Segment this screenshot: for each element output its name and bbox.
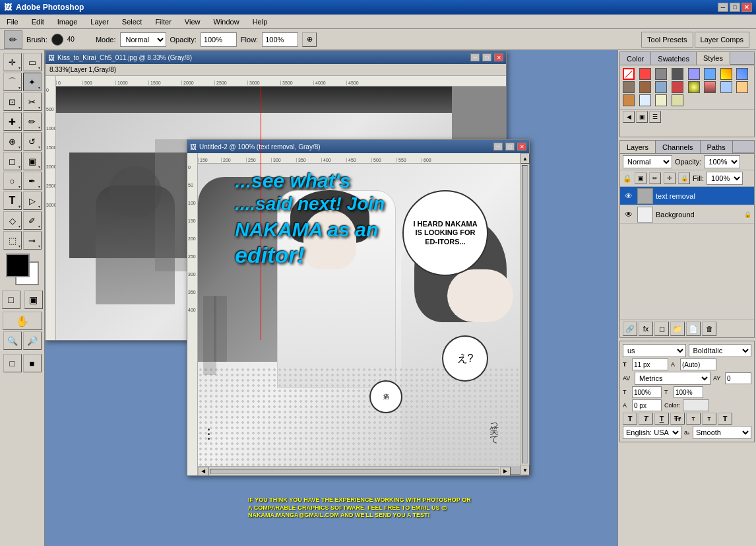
close-button[interactable]: ✕	[741, 3, 752, 12]
tool-presets-button[interactable]: Tool Presets	[641, 32, 693, 48]
menu-layer[interactable]: Layer	[86, 17, 113, 27]
fill-select[interactable]: 100%	[707, 172, 743, 185]
tab-paths[interactable]: Paths	[701, 141, 733, 153]
doc2-vscrollbar[interactable]: ▲ ▼	[520, 153, 529, 475]
quickmask-mode[interactable]: ▣	[24, 290, 43, 309]
baseline-input[interactable]: 0 px	[632, 399, 662, 411]
airbrush-button[interactable]: ⊕	[302, 32, 317, 47]
maximize-button[interactable]: □	[730, 3, 740, 12]
style-btn-3[interactable]: ☰	[649, 111, 661, 123]
tab-color[interactable]: Color	[620, 52, 651, 65]
style-btn-1[interactable]: ◀	[623, 111, 635, 123]
doc2-close[interactable]: ✕	[517, 143, 526, 151]
blend-mode-select[interactable]: Normal	[623, 155, 672, 168]
zoom-out-tool[interactable]: 🔎	[23, 331, 42, 350]
type-tool[interactable]: T▾	[3, 191, 22, 210]
lock-transparent-btn[interactable]: ▣	[635, 172, 646, 184]
minimize-button[interactable]: ─	[718, 3, 728, 12]
brush-tool-icon[interactable]: ✏	[4, 30, 22, 49]
layer-eye-2[interactable]: 👁	[623, 209, 635, 221]
tab-channels[interactable]: Channels	[656, 141, 700, 153]
strikethrough-btn[interactable]: Tr	[670, 413, 685, 425]
allcaps-btn[interactable]: T	[718, 413, 732, 425]
marquee-tool[interactable]: ▭▾	[23, 53, 42, 71]
style-swatch-lightblue[interactable]	[720, 81, 732, 93]
font-family-select[interactable]: us	[623, 344, 686, 357]
doc1-minimize[interactable]: ─	[470, 53, 480, 61]
doc1-maximize[interactable]: □	[482, 53, 491, 61]
layer-eye-1[interactable]: 👁	[623, 190, 635, 202]
opacity-input[interactable]: 100%	[201, 32, 237, 47]
style-swatch-none[interactable]	[623, 68, 635, 80]
style-swatch-red2[interactable]	[672, 81, 683, 93]
italic-btn[interactable]: T	[639, 413, 653, 425]
history-tool[interactable]: ↺▾	[23, 132, 42, 151]
layer-mask-btn[interactable]: ◻	[654, 322, 669, 336]
bold-btn[interactable]: T	[623, 413, 637, 425]
gradient-tool[interactable]: ▣▾	[23, 152, 42, 170]
menu-select[interactable]: Select	[118, 17, 146, 27]
font-style-select[interactable]: BoldItalic	[689, 344, 752, 357]
style-swatch-cream[interactable]	[655, 94, 667, 106]
menu-window[interactable]: Window	[210, 17, 243, 27]
zoom-tool[interactable]: 🔍	[3, 331, 22, 350]
lock-image-btn[interactable]: ✏	[649, 172, 661, 184]
language-select[interactable]: English: USA	[623, 426, 681, 439]
subscript-btn[interactable]: T	[702, 413, 716, 425]
standard-mode[interactable]: □	[2, 290, 20, 309]
menu-filter[interactable]: Filter	[151, 17, 175, 27]
standard-screen-btn[interactable]: □	[3, 354, 22, 372]
move-tool[interactable]: ✛▾	[3, 53, 22, 71]
style-swatch-tan[interactable]	[639, 81, 651, 93]
style-swatch-blue1[interactable]	[688, 68, 700, 80]
menu-file[interactable]: File	[3, 17, 22, 27]
scale-h-input[interactable]: 100%	[632, 386, 662, 398]
link-layers-btn[interactable]: 🔗	[623, 322, 637, 336]
style-swatch-radial[interactable]	[688, 81, 700, 93]
style-swatch-blue3[interactable]	[655, 81, 667, 93]
char-color-swatch[interactable]	[683, 399, 709, 411]
layer-comps-button[interactable]: Layer Comps	[695, 32, 749, 48]
eraser-tool[interactable]: ◻▾	[3, 152, 22, 170]
doc2-minimize[interactable]: ─	[493, 143, 503, 151]
layer-effects-btn[interactable]: fx	[639, 322, 653, 336]
tab-layers[interactable]: Layers	[620, 141, 656, 153]
pen-tool[interactable]: ✒▾	[23, 172, 42, 190]
kerning-input[interactable]: 0	[725, 372, 751, 384]
tab-swatches[interactable]: Swatches	[651, 52, 697, 65]
doc2-titlebar[interactable]: 🖼 Untitled-2 @ 100% (text removal, Gray/…	[187, 140, 529, 153]
mode-select[interactable]: Normal	[120, 32, 166, 47]
magic-wand-tool[interactable]: ✦▾	[23, 73, 42, 91]
brush-tool[interactable]: ✏▾	[23, 112, 42, 131]
color-selector[interactable]	[3, 254, 42, 285]
tracking-select[interactable]: Metrics	[635, 372, 710, 385]
lasso-tool[interactable]: ⌒▾	[3, 73, 22, 91]
menu-image[interactable]: Image	[53, 17, 82, 27]
menu-view[interactable]: View	[181, 17, 205, 27]
underline-btn[interactable]: T	[654, 413, 669, 425]
doc2-maximize[interactable]: □	[505, 143, 515, 151]
hand-tool[interactable]: ✋	[3, 312, 42, 330]
style-swatch-beige[interactable]	[672, 94, 683, 106]
notes-tool[interactable]: ✐▾	[23, 211, 42, 230]
style-swatch-ice[interactable]	[639, 94, 651, 106]
style-btn-2[interactable]: ▣	[636, 111, 648, 123]
menu-edit[interactable]: Edit	[28, 17, 48, 27]
slice-tool[interactable]: ✂▾	[23, 92, 42, 111]
healing-tool[interactable]: ✚▾	[3, 112, 22, 131]
eyedropper-tool[interactable]: ⬚▾	[3, 231, 22, 250]
superscript-btn[interactable]: T	[686, 413, 701, 425]
crop-tool[interactable]: ⊡▾	[3, 92, 22, 111]
style-swatch-gray[interactable]	[655, 68, 667, 80]
fullscreen-btn[interactable]: ■	[23, 354, 42, 372]
layer-group-btn[interactable]: 📁	[670, 322, 685, 336]
flow-input[interactable]: 100%	[262, 32, 298, 47]
lock-move-btn[interactable]: ✛	[664, 172, 676, 184]
menu-help[interactable]: Help	[249, 17, 272, 27]
brush-preview[interactable]	[51, 34, 63, 46]
style-swatch-red[interactable]	[639, 68, 651, 80]
style-swatch-gradient[interactable]	[736, 68, 748, 80]
lock-all-btn[interactable]: 🔒	[678, 172, 690, 184]
new-layer-btn[interactable]: 📄	[686, 322, 701, 336]
shape-tool[interactable]: ◇▾	[3, 211, 22, 230]
